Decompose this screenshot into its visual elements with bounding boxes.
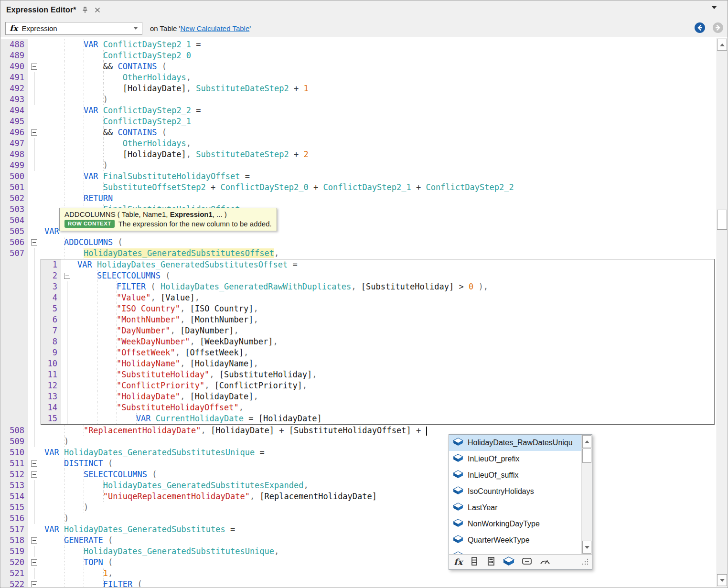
autocomplete-item[interactable]: InLieuOf_prefix — [449, 451, 592, 467]
autocomplete-item[interactable]: QuarterWeekType — [449, 532, 592, 548]
fold-marker[interactable] — [31, 64, 37, 70]
autocomplete-scrollbar[interactable] — [581, 435, 592, 554]
code-line[interactable]: 517VAR HolidayDates_GeneratedSubstitutes… — [1, 524, 716, 535]
autocomplete-item-label: LastYear — [468, 503, 498, 512]
scroll-up-button[interactable] — [582, 435, 591, 448]
autocomplete-item[interactable]: HolidayDates_RawDatesUniqu — [449, 435, 592, 451]
kpi-gauge-icon[interactable] — [539, 556, 551, 568]
line-number: 502 — [1, 193, 28, 204]
code-line[interactable]: 2 SELECTCOLUMNS ( — [41, 270, 714, 281]
code-line[interactable]: 13 "HolidayDate", [HolidayDate], — [41, 391, 714, 402]
code-line[interactable]: 500 VAR FinalSubstituteHolidayOffset = — [1, 171, 716, 182]
fold-marker[interactable] — [31, 537, 37, 544]
fold-marker[interactable] — [64, 273, 70, 279]
autocomplete-item[interactable] — [449, 548, 592, 554]
code-line[interactable]: 489 ConflictDayStep2_0 — [1, 50, 716, 61]
code-line[interactable]: 512 SELECTCOLUMNS ( — [1, 469, 716, 480]
line-number: 500 — [1, 171, 28, 182]
scroll-down-button[interactable] — [582, 541, 591, 554]
autocomplete-item[interactable]: LastYear — [449, 500, 592, 516]
function-fx-icon[interactable]: fx — [454, 557, 462, 567]
code-line[interactable]: 3 FILTER ( HolidayDates_GeneratedRawWith… — [41, 281, 714, 292]
fold-marker[interactable] — [31, 460, 37, 467]
calculator-icon[interactable] — [486, 556, 496, 568]
code-line[interactable]: 521 1, — [1, 568, 716, 579]
code-line[interactable]: 8 "WeekDayNumber", [WeekDayNumber], — [41, 336, 714, 347]
autocomplete-item[interactable]: NonWorkingDayType — [449, 516, 592, 532]
code-line[interactable]: 11 "SubstituteHoliday", [SubstituteHolid… — [41, 369, 714, 380]
code-line[interactable]: 499 ) — [1, 160, 716, 171]
code-line[interactable]: 488 VAR ConflictDayStep2_1 = — [1, 39, 716, 50]
code-line[interactable]: 14 "SubstituteHolidayOffset", — [41, 402, 714, 413]
code-line[interactable]: 515 ) — [1, 502, 716, 513]
fold-marker[interactable] — [31, 471, 37, 478]
code-line[interactable]: 9 "OffsetWeek", [OffsetWeek], — [41, 347, 714, 358]
editor-scrollbar[interactable] — [717, 38, 727, 587]
window-menu-chevron-down-icon[interactable] — [711, 6, 717, 9]
column-icon[interactable] — [470, 556, 479, 568]
autocomplete-item-label: HolidayDates_RawDatesUniqu — [468, 438, 573, 447]
code-line[interactable]: 510VAR HolidayDates_GeneratedSubstitutes… — [1, 447, 716, 458]
code-line[interactable]: 498 [HolidayDate], SubstituteDateStep2 +… — [1, 149, 716, 160]
code-line[interactable]: 501 SubstituteOffsetStep2 + ConflictDayS… — [1, 182, 716, 193]
code-line[interactable]: 497 OtherHolidays, — [1, 138, 716, 149]
code-line[interactable]: 5 "ISO Country", [ISO Country], — [41, 303, 714, 314]
code-editor[interactable]: 488 VAR ConflictDayStep2_1 =489 Conflict… — [1, 38, 727, 587]
fold-column — [28, 160, 41, 171]
back-button[interactable] — [694, 22, 706, 33]
code-line[interactable]: 506 ADDCOLUMNS ( — [1, 237, 716, 248]
code-line[interactable]: 507 HolidayDates_GeneratedSubstitutesOff… — [1, 248, 716, 259]
scrollbar-thumb[interactable] — [717, 210, 727, 230]
code-text: "SubstituteHolidayOffset", — [74, 402, 714, 413]
code-line[interactable]: 4 "Value", [Value], — [41, 292, 714, 303]
code-line[interactable]: 496 && CONTAINS ( — [1, 127, 716, 138]
code-line[interactable]: 15 VAR CurrentHolidayDate = [HolidayDate… — [41, 413, 714, 424]
code-line[interactable]: 516 ) — [1, 513, 716, 524]
line-number: 505 — [1, 226, 28, 237]
code-line[interactable]: 6 "MonthNumber", [MonthNumber], — [41, 314, 714, 325]
expression-selector-dropdown[interactable]: fx Expression — [5, 22, 142, 35]
resize-grip[interactable] — [581, 558, 589, 567]
code-line[interactable]: 513 HolidayDates_GeneratedSubstitutesExp… — [1, 480, 716, 491]
peek-definition-editor[interactable]: 1VAR HolidayDates_GeneratedSubstitutesOf… — [41, 259, 715, 425]
code-line[interactable]: 520 TOPN ( — [1, 557, 716, 568]
fold-marker[interactable] — [31, 239, 37, 246]
fold-marker[interactable] — [31, 581, 37, 587]
code-line[interactable]: 495 ConflictDayStep2_1 — [1, 116, 716, 127]
line-number: 516 — [1, 513, 28, 524]
code-line[interactable]: 502 RETURN — [1, 193, 716, 204]
code-text: ) — [41, 436, 716, 447]
tab-expression-editor[interactable]: Expression Editor* — [6, 0, 106, 20]
table-icon[interactable] — [503, 556, 514, 568]
scroll-down-button[interactable] — [717, 574, 727, 586]
pin-icon[interactable] — [81, 6, 89, 14]
code-line[interactable]: 511 DISTINCT ( — [1, 458, 716, 469]
close-icon[interactable] — [94, 6, 101, 14]
fold-column — [61, 347, 74, 358]
table-link[interactable]: New Calculated Table — [180, 24, 249, 32]
code-line[interactable]: 492 [HolidayDate], SubstituteDateStep2 +… — [1, 83, 716, 94]
code-line[interactable]: 1VAR HolidayDates_GeneratedSubstitutesOf… — [41, 259, 714, 270]
code-line[interactable]: 508 "ReplacementHolidayDate", [HolidayDa… — [1, 425, 716, 436]
code-line[interactable]: 494 VAR ConflictDayStep2_2 = — [1, 105, 716, 116]
fold-marker[interactable] — [31, 129, 37, 136]
code-line[interactable]: 522 FILTER ( — [1, 579, 716, 587]
fold-marker[interactable] — [31, 559, 37, 566]
autocomplete-item[interactable]: InLieuOf_suffix — [449, 467, 592, 483]
code-line[interactable]: 518 GENERATE ( — [1, 535, 716, 546]
code-line[interactable]: 491 OtherHolidays, — [1, 72, 716, 83]
code-line[interactable]: 509 ) — [1, 436, 716, 447]
code-line[interactable]: 10 "HolidayName", [HolidayName], — [41, 358, 714, 369]
code-line[interactable]: 490 && CONTAINS ( — [1, 61, 716, 72]
code-line[interactable]: 514 "UniuqeReplacementHolidayDate", [Rep… — [1, 491, 716, 502]
scrollbar-thumb[interactable] — [582, 449, 591, 463]
autocomplete-item[interactable]: IsoCountryHolidays — [449, 483, 592, 500]
code-line[interactable]: 12 "ConflictPriority", [ConflictPriority… — [41, 380, 714, 391]
code-line[interactable]: 493 ) — [1, 94, 716, 105]
scroll-up-button[interactable] — [717, 39, 727, 51]
autocomplete-item-label: InLieuOf_prefix — [468, 455, 520, 463]
code-line[interactable]: 519 HolidayDates_GeneratedSubstitutesUni… — [1, 546, 716, 557]
forward-button[interactable] — [712, 22, 724, 33]
code-line[interactable]: 7 "DayNumber", [DayNumber], — [41, 325, 714, 336]
field-icon[interactable] — [522, 556, 532, 568]
